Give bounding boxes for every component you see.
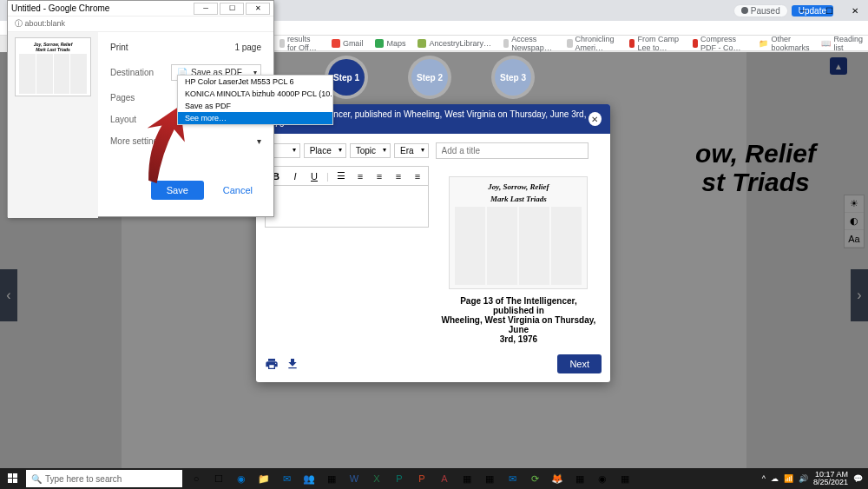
align-right-button[interactable]: ≡ xyxy=(411,171,424,182)
chrome-icon[interactable]: ◉ xyxy=(592,468,613,489)
print-url: ⓘ about:blank xyxy=(8,17,273,32)
word-icon[interactable]: W xyxy=(344,468,365,489)
title-input[interactable] xyxy=(436,142,589,159)
next-button[interactable]: Next xyxy=(557,354,602,373)
clipping-modal: 13 of The Intelligencer, published in Wh… xyxy=(256,104,610,382)
tray-up-icon[interactable]: ^ xyxy=(762,474,766,483)
clock[interactable]: 10:17 AM 8/25/2021 xyxy=(813,471,848,486)
print-icon[interactable] xyxy=(265,357,279,371)
topic-dropdown[interactable]: Topic▾ xyxy=(350,143,391,158)
print-maximize-button[interactable]: ☐ xyxy=(220,3,244,15)
taskbar: 🔍 Type here to search ○ ☐ ◉ 📁 ✉ 👥 ▦ W X … xyxy=(0,468,868,489)
print-close-button[interactable]: ✕ xyxy=(246,3,270,15)
print-settings-pane: Print 1 page Destination 📄 Save as PDF ▾… xyxy=(98,32,273,218)
bookmark-maps[interactable]: Maps xyxy=(375,39,405,48)
print-window-title: Untitled - Google Chrome xyxy=(11,3,109,13)
powerpoint-icon[interactable]: P xyxy=(411,468,432,489)
print-title: Print xyxy=(110,43,128,52)
printer-save-pdf[interactable]: Save as PDF xyxy=(178,100,332,112)
number-list-button[interactable]: ≡ xyxy=(353,171,367,182)
printer-hp[interactable]: HP Color LaserJet M553 PCL 6 xyxy=(178,76,332,88)
place-dropdown[interactable]: Place▾ xyxy=(304,143,346,158)
bookmark-newspapers[interactable]: Access Newspap… xyxy=(503,35,556,52)
volume-icon[interactable]: 🔊 xyxy=(799,474,808,483)
app-icon-1[interactable]: ▦ xyxy=(457,468,477,489)
destination-label: Destination xyxy=(110,68,171,77)
svg-rect-1 xyxy=(13,473,17,478)
taskbar-search[interactable]: 🔍 Type here to search xyxy=(26,470,182,487)
mail-icon[interactable]: ✉ xyxy=(502,468,523,489)
edge-icon[interactable]: ◉ xyxy=(231,468,252,489)
italic-button[interactable]: I xyxy=(288,171,302,182)
layout-label: Layout xyxy=(110,115,171,124)
step-1-badge[interactable]: Step 1 xyxy=(328,59,365,96)
svg-rect-3 xyxy=(13,479,17,483)
pages-label: Pages xyxy=(110,93,171,102)
article-caption: Page 13 of The Intelligencer, published … xyxy=(439,296,598,344)
firefox-icon[interactable]: 🦊 xyxy=(547,468,568,489)
maximize-button[interactable]: ☐ xyxy=(816,0,842,21)
bookmark-other[interactable]: 📁 Other bookmarks xyxy=(759,35,809,52)
article-preview-image: Joy, Sorrow, Relief Mark Last Triads xyxy=(449,176,588,289)
printer-see-more[interactable]: See more… xyxy=(178,112,332,124)
paused-button[interactable]: Paused xyxy=(733,4,788,17)
bookmark-camplee[interactable]: From Camp Lee to… xyxy=(629,35,681,52)
bookmark-chronicling[interactable]: Chronicling Ameri… xyxy=(567,35,617,52)
cortana-icon[interactable]: ○ xyxy=(186,468,207,489)
editor-toolbar: ▾ Place▾ Topic▾ Era▾ xyxy=(265,142,602,159)
excel-icon[interactable]: X xyxy=(366,468,387,489)
publisher-icon[interactable]: P xyxy=(389,468,410,489)
bookmark-compress[interactable]: Compress PDF - Co… xyxy=(693,35,746,52)
bookmark-gmail[interactable]: Gmail xyxy=(332,39,364,48)
outlook-icon[interactable]: ✉ xyxy=(276,468,297,489)
search-icon: 🔍 xyxy=(31,474,42,484)
bookmark-results[interactable]: results for Off… xyxy=(279,35,319,52)
cancel-button[interactable]: Cancel xyxy=(214,181,261,200)
close-button[interactable]: ✕ xyxy=(842,0,868,21)
printer-konica[interactable]: KONICA MINOLTA bizhub 4000P PCL (10.99.1… xyxy=(178,88,332,100)
app-icon-3[interactable]: ▦ xyxy=(569,468,590,489)
bullet-list-button[interactable]: ☰ xyxy=(334,170,348,182)
print-page-count: 1 page xyxy=(234,43,261,52)
align-center-button[interactable]: ≡ xyxy=(391,171,405,182)
task-view-icon[interactable]: ☐ xyxy=(208,468,229,489)
underline-button[interactable]: U xyxy=(307,171,321,182)
bookmarks-bar: results for Off… Gmail Maps AncestryLibr… xyxy=(274,36,868,51)
print-minimize-button[interactable]: ─ xyxy=(194,3,218,15)
more-settings-label[interactable]: More settings xyxy=(110,136,171,146)
format-toolbar: B I U | ☰ ≡ ≡ ≡ ≡ xyxy=(265,166,429,186)
minimize-button[interactable]: ─ xyxy=(790,0,816,21)
step-2-badge[interactable]: Step 2 xyxy=(411,59,448,96)
vmware-icon[interactable]: ▦ xyxy=(321,468,342,489)
app-icon-2[interactable]: ▦ xyxy=(479,468,500,489)
system-tray: ^ ☁ 📶 🔊 10:17 AM 8/25/2021 💬 xyxy=(762,471,868,486)
start-button[interactable] xyxy=(0,468,26,489)
print-preview-pane: Joy, Sorrow, Relief Mark Last Triads xyxy=(8,32,98,218)
teams-icon[interactable]: 👥 xyxy=(299,468,319,489)
wifi-icon[interactable]: 📶 xyxy=(784,474,793,483)
sync-icon[interactable]: ⟳ xyxy=(524,468,545,489)
preview-page: Joy, Sorrow, Relief Mark Last Triads xyxy=(15,37,91,96)
step-3-badge[interactable]: Step 3 xyxy=(495,59,531,96)
svg-rect-2 xyxy=(8,479,12,483)
app-icon-4[interactable]: ▦ xyxy=(615,468,635,489)
access-icon[interactable]: A xyxy=(434,468,455,489)
printer-menu: HP Color LaserJet M553 PCL 6 KONICA MINO… xyxy=(177,75,333,125)
explorer-icon[interactable]: 📁 xyxy=(253,468,274,489)
align-left-button[interactable]: ≡ xyxy=(372,171,386,182)
era-dropdown[interactable]: Era▾ xyxy=(394,143,429,158)
taskbar-apps: ○ ☐ ◉ 📁 ✉ 👥 ▦ W X P P A ▦ ▦ ✉ ⟳ 🦊 ▦ ◉ ▦ xyxy=(186,468,635,489)
window-controls: ─ ☐ ✕ xyxy=(790,0,868,21)
download-icon[interactable] xyxy=(286,357,299,371)
save-button[interactable]: Save xyxy=(151,181,204,200)
onedrive-icon[interactable]: ☁ xyxy=(771,474,779,483)
bookmark-ancestry[interactable]: AncestryLibrary… xyxy=(418,39,491,48)
print-title-bar: Untitled - Google Chrome ─ ☐ ✕ xyxy=(8,1,273,17)
text-editor[interactable] xyxy=(265,186,429,228)
svg-rect-0 xyxy=(8,473,12,478)
modal-close-button[interactable]: ✕ xyxy=(589,112,602,126)
reading-list[interactable]: 📖 Reading list xyxy=(821,35,863,52)
notifications-icon[interactable]: 💬 xyxy=(853,474,863,483)
